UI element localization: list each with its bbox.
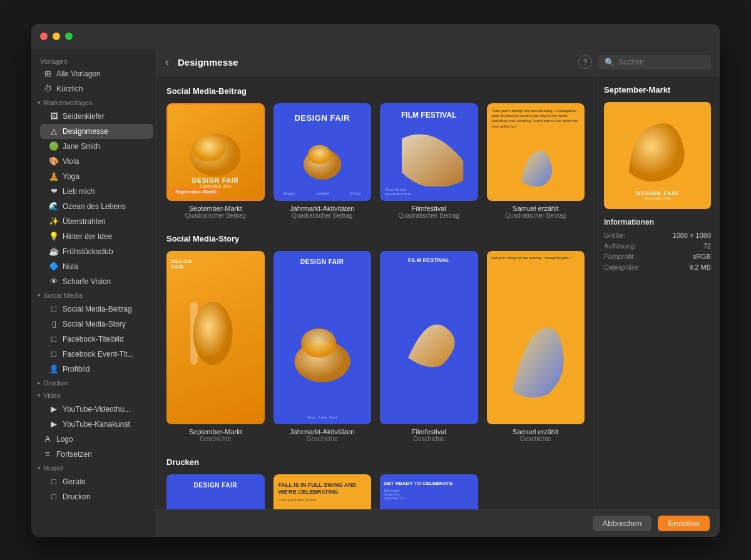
maximize-button[interactable] — [65, 33, 73, 40]
markenvorlagen-items: 🖼 Seidenkiefer △ Designmesse 🟢 Jane Smit… — [31, 109, 156, 289]
image-icon: 🖼 — [49, 111, 59, 121]
template-card-print1[interactable]: DESIGN FAIR — [166, 474, 265, 509]
sidebar-item-yt-video[interactable]: ▶ YouTube-Videothu... — [40, 402, 153, 417]
cancel-button[interactable]: Abbrechen — [593, 516, 652, 531]
template-card-film-story[interactable]: FILM FESTIVAL — [380, 251, 478, 442]
template-card-september-markt[interactable]: DESIGN FAIR September 20th September-Mar… — [166, 103, 265, 220]
sidebar-item-fb-event[interactable]: □ Facebook Event-Tit... — [40, 347, 153, 362]
sidebar-item-ozean[interactable]: 🌊 Ozean des Lebens — [40, 199, 153, 214]
back-button[interactable]: ‹ — [165, 56, 169, 69]
sidebar-item-profilbild[interactable]: 👤 Profibild — [40, 362, 153, 377]
help-button[interactable]: ? — [578, 55, 592, 69]
sidebar-item-jane-smith[interactable]: 🟢 Jane Smith — [40, 139, 153, 154]
diamond-icon: 🔷 — [49, 262, 59, 272]
sidebar-item-scharfe[interactable]: 👁 Scharfe Vision — [40, 274, 153, 289]
sidebar-group-modell[interactable]: ▾ Modell — [31, 462, 156, 474]
sidebar-item-alle[interactable]: ⊞ Alle Vorlagen — [34, 66, 153, 81]
sidebar-item-label: Scharfe Vision — [63, 277, 111, 286]
info-value-dateigroesse: 9,2 MB — [689, 263, 711, 271]
person-icon: 🟢 — [49, 141, 59, 151]
sidebar-item-sm-story[interactable]: ▯ Social Media-Story — [40, 317, 153, 332]
sidebar-group-video[interactable]: ▾ Video — [31, 389, 156, 402]
template-card-print3[interactable]: GET READY TO CELEBRATE 100 AnnualDesign … — [380, 474, 478, 509]
letter-a-icon: A — [43, 434, 53, 444]
close-button[interactable] — [40, 33, 48, 40]
sidebar-group-drucken[interactable]: ▸ Drucken — [31, 377, 156, 389]
chevron-icon: ▾ — [38, 292, 41, 298]
portrait-icon: ▯ — [49, 319, 59, 329]
sidebar-item-label: Fortsetzen — [56, 450, 92, 459]
sidebar-item-label: Lieb mich — [63, 187, 95, 196]
info-row-farbprofil: Farbprofil: sRGB — [604, 253, 711, 260]
bulb-icon: 💡 — [49, 232, 59, 242]
minimize-button[interactable] — [53, 33, 60, 40]
sidebar-item-drucken-sub[interactable]: □ Drucken — [40, 489, 153, 504]
sidebar-item-label: Facebook Event-Tit... — [63, 350, 134, 359]
content-area: Vorlagen ⊞ Alle Vorlagen ⏱ Kürzlich ▾ Ma… — [31, 49, 720, 537]
sidebar-item-label: Logo — [56, 435, 73, 444]
sidebar-item-hinter[interactable]: 💡 Hinter der Idee — [40, 229, 153, 244]
template-card-samuel[interactable]: "Last year's design fair was amazing. I … — [487, 103, 585, 220]
card-type: Quadratischer Beitrag — [380, 212, 478, 219]
eye-icon: 👁 — [49, 277, 59, 287]
card-type: Quadratischer Beitrag — [273, 212, 372, 219]
toolbar-title: Designmesse — [178, 57, 572, 68]
sidebar-item-seidenkiefer[interactable]: 🖼 Seidenkiefer — [40, 109, 153, 124]
play-icon: ▶ — [49, 419, 59, 429]
sidebar-group-social-media[interactable]: ▾ Social Media — [31, 289, 156, 302]
fb-icon: □ — [49, 334, 59, 344]
sidebar-item-geraete[interactable]: □ Geräte — [40, 474, 153, 489]
template-card-film[interactable]: FILM FESTIVAL — [380, 103, 478, 220]
sidebar-item-sm-beitrag[interactable]: □ Social Media-Beitrag — [40, 302, 153, 317]
template-card-samuel-story[interactable]: "Last year's design fair was amazing. I … — [487, 251, 585, 442]
bottom-bar: Abbrechen Erstellen — [156, 509, 720, 537]
square-icon: □ — [49, 304, 59, 314]
star-icon: ✨ — [49, 216, 59, 227]
sidebar-item-logo[interactable]: A Logo — [34, 432, 153, 447]
sidebar-item-label: Seidenkiefer — [63, 112, 105, 121]
sidebar-item-fortsetzen[interactable]: ≡ Fortsetzen — [34, 447, 153, 462]
search-bar: 🔍 — [598, 55, 711, 69]
sidebar-group-markenvorlagen[interactable]: ▾ Markenvorlagen — [31, 96, 156, 109]
titlebar — [31, 24, 720, 49]
chevron-right-icon: ▸ — [38, 380, 41, 386]
sidebar-item-yt-kanal[interactable]: ▶ YouTube-Kanakunst — [40, 417, 153, 432]
sidebar-item-label: Social Media-Story — [63, 320, 126, 328]
sidebar-item-label: Frühstücksclub — [63, 247, 113, 256]
svg-point-3 — [308, 145, 332, 165]
sidebar-item-kuerzlich[interactable]: ⏱ Kürzlich — [34, 81, 153, 96]
sidebar-item-nula[interactable]: 🔷 Nula — [40, 259, 153, 274]
sidebar-item-fb-titelbild[interactable]: □ Facebook-Titelbild — [40, 332, 153, 347]
create-button[interactable]: Erstellen — [658, 516, 710, 531]
chevron-icon: ▾ — [38, 99, 41, 106]
card-type: Geschichte — [166, 435, 265, 442]
template-card-print2[interactable]: FALL IS IN FULL SWING AND WE'RE CELEBRAT… — [273, 474, 372, 509]
svg-point-5 — [193, 302, 233, 364]
sidebar-item-fruehstueck[interactable]: ☕ Frühstücksclub — [40, 244, 153, 259]
card-name: September-Markt — [166, 205, 265, 212]
card-name: Filmfestival — [380, 428, 478, 435]
svg-point-1 — [192, 135, 225, 162]
sidebar-item-lieb-mich[interactable]: ❤ Lieb mich — [40, 184, 153, 199]
sidebar-item-label: Drucken — [63, 492, 91, 501]
sidebar-item-designmesse[interactable]: △ Designmesse — [40, 124, 153, 139]
sidebar-item-label: Social Media-Beitrag — [63, 305, 132, 313]
story-grid: DESIGNFAIR — [166, 251, 585, 442]
selected-badge: September-Markt — [171, 188, 220, 196]
sidebar-item-label: Überstrahlen — [63, 217, 106, 226]
sidebar-item-yoga[interactable]: 🧘 Yoga — [40, 169, 153, 184]
info-value-groesse: 1080 × 1080 — [673, 232, 711, 239]
info-label-aufloesung: Auflösung: — [604, 242, 636, 250]
search-input[interactable] — [618, 58, 705, 66]
grid-icon: ⊞ — [43, 69, 53, 79]
sidebar-item-viola[interactable]: 🎨 Viola — [40, 154, 153, 169]
sidebar-item-label: YouTube-Videothu... — [63, 405, 130, 414]
sidebar-item-label: Profibild — [63, 365, 89, 374]
template-card-jahrmarkt-story[interactable]: DESIGN FAIR — [273, 251, 372, 442]
heart-icon: ❤ — [49, 186, 59, 196]
sidebar-item-ueberstrahlen[interactable]: ✨ Überstrahlen — [40, 214, 153, 229]
coffee-icon: ☕ — [49, 247, 59, 257]
template-card-jahrmarkt[interactable]: DESIGN FAIR — [273, 103, 372, 220]
template-card-sept-story[interactable]: DESIGNFAIR — [166, 251, 265, 442]
sidebar-item-label: Ozean des Lebens — [63, 202, 126, 211]
